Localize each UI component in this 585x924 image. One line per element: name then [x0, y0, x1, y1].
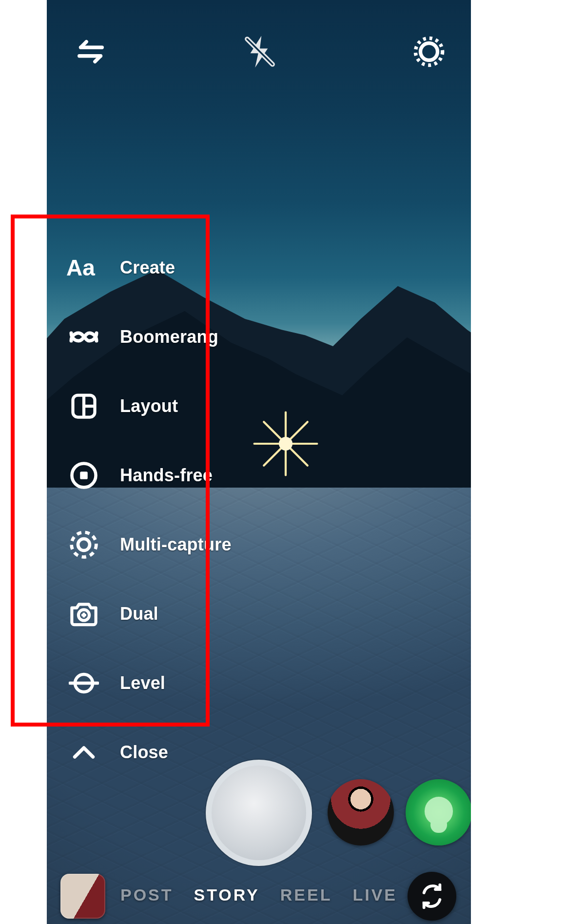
text-aa-icon: Aa — [66, 250, 101, 285]
shutter-button[interactable] — [206, 760, 312, 866]
dashed-circle-icon — [66, 527, 101, 562]
tool-layout[interactable]: Layout — [66, 372, 242, 441]
tools-menu: Aa Create Boomerang — [66, 233, 242, 787]
tool-hands-free[interactable]: Hands-free — [66, 441, 242, 510]
camera-plus-icon — [66, 596, 101, 631]
tool-label: Create — [120, 257, 175, 278]
level-line-icon — [66, 666, 101, 701]
svg-point-19 — [72, 532, 97, 557]
mode-live[interactable]: LIVE — [352, 885, 397, 904]
tool-create[interactable]: Aa Create — [66, 233, 242, 302]
tools-close-label: Close — [120, 742, 168, 763]
effect-preset-2[interactable] — [406, 779, 471, 845]
mode-reel[interactable]: REEL — [280, 885, 332, 904]
gallery-thumbnail[interactable] — [60, 874, 105, 919]
layout-grid-icon — [66, 389, 101, 424]
effect-preset-1[interactable] — [328, 779, 394, 845]
tool-dual[interactable]: Dual — [66, 579, 242, 649]
tool-label: Multi-capture — [120, 534, 232, 555]
tool-label: Level — [120, 673, 165, 693]
infinity-icon — [66, 319, 101, 354]
switch-camera-icon[interactable] — [70, 31, 111, 72]
record-dot-icon — [66, 458, 101, 493]
camera-viewfinder: Aa Create Boomerang — [47, 0, 471, 924]
settings-icon[interactable] — [409, 31, 449, 72]
tool-boomerang[interactable]: Boomerang — [66, 302, 242, 372]
svg-point-11 — [421, 43, 438, 60]
tool-multi-capture[interactable]: Multi-capture — [66, 510, 242, 579]
flip-camera-button[interactable] — [408, 872, 456, 921]
tools-close[interactable]: Close — [66, 718, 242, 787]
tool-label: Boomerang — [120, 327, 218, 347]
svg-point-20 — [78, 539, 90, 550]
tool-label: Layout — [120, 396, 178, 416]
mode-post[interactable]: POST — [120, 885, 174, 904]
tool-label: Hands-free — [120, 465, 213, 486]
chevron-up-icon — [66, 735, 101, 770]
svg-text:Aa: Aa — [66, 255, 95, 280]
svg-rect-18 — [80, 472, 88, 479]
tool-level[interactable]: Level — [66, 649, 242, 718]
flash-off-icon[interactable] — [239, 31, 280, 72]
mode-story[interactable]: STORY — [194, 885, 260, 904]
top-toolbar — [47, 28, 471, 75]
tool-label: Dual — [120, 604, 158, 624]
